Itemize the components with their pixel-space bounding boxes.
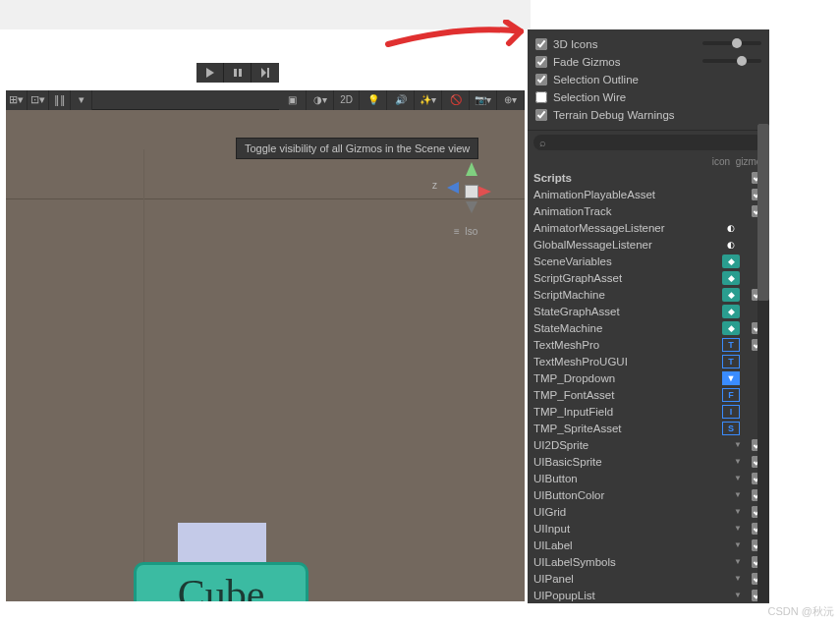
chevron-down-icon[interactable]: ▼ [734,540,742,549]
list-item[interactable]: ScriptMachine◆ [528,286,769,303]
graph-icon[interactable]: ◆ [722,305,740,318]
tmp-i-icon[interactable]: I [722,405,740,419]
scene-object-label[interactable]: Cube [134,562,308,601]
list-item[interactable]: TextMeshProUGUIT [528,353,769,369]
empty-icon[interactable] [710,455,728,469]
list-item[interactable]: UIInput▼ [528,520,769,537]
list-item[interactable]: TextMeshProT [528,336,769,353]
orientation-gizmo[interactable]: z [442,162,501,221]
empty-icon[interactable] [710,555,728,569]
list-item[interactable]: UIButton▼ [528,470,769,486]
list-item[interactable]: UIPanel▼ [528,570,769,587]
empty-icon[interactable] [722,204,740,218]
empty-icon[interactable] [710,538,728,552]
listener-icon[interactable]: ◐ [722,238,740,252]
list-item[interactable]: AnimationTrack [528,202,769,219]
grid-tool-icon[interactable]: ⊞▾ [6,90,28,110]
tmp-s-icon[interactable]: S [722,422,740,435]
option-checkbox[interactable] [535,74,547,85]
hidden-icon[interactable]: 🚫 [442,90,470,110]
chevron-down-icon[interactable]: ▼ [734,490,742,499]
chevron-down-icon[interactable]: ▼ [734,457,742,466]
list-item[interactable]: UIGrid▼ [528,503,769,520]
step-button[interactable] [252,63,279,83]
gizmo-option[interactable]: Terrain Debug Warnings [535,106,761,124]
chevron-down-icon[interactable]: ▼ [734,524,742,533]
list-item[interactable]: TMP_FontAssetF [528,386,769,403]
y-axis-cone[interactable] [466,162,477,176]
tmp-t-icon[interactable]: T [722,355,740,368]
graph-icon[interactable]: ◆ [722,271,740,285]
list-item[interactable]: TMP_Dropdown▼ [528,369,769,386]
dropdown-icon[interactable]: ▼ [722,371,740,385]
gizmo-option[interactable]: 3D Icons [535,35,761,53]
chevron-down-icon[interactable]: ▼ [734,474,742,482]
watermark: CSDN @秋沅 [768,604,834,619]
gizmo-option[interactable]: Selection Outline [535,71,761,88]
gizmos-toggle-icon[interactable]: ⊕▾ [497,90,525,110]
empty-icon[interactable] [710,589,728,602]
list-item[interactable]: GlobalMessageListener◐ [528,236,769,253]
gizmo-option[interactable]: Fade Gizmos [535,53,761,71]
listener-icon[interactable]: ◐ [722,221,740,235]
option-slider[interactable] [702,41,761,45]
graph-icon[interactable]: ◆ [722,321,740,335]
projection-label[interactable]: Iso [454,226,477,237]
z-axis-cone[interactable] [447,182,459,194]
list-item[interactable]: StateGraphAsset◆ [528,303,769,319]
graph-icon[interactable]: ◆ [722,288,740,302]
gizmo-center[interactable] [465,185,478,198]
expand-tool-icon[interactable]: ▾ [71,90,92,110]
chevron-down-icon[interactable]: ▼ [734,440,742,449]
chevron-down-icon[interactable]: ▼ [734,507,742,516]
chevron-down-icon[interactable]: ▼ [734,574,742,583]
list-item[interactable]: UILabelSymbols▼ [528,553,769,570]
empty-icon[interactable] [710,472,728,485]
chevron-down-icon[interactable]: ▼ [734,557,742,566]
neg-y-cone[interactable] [466,201,477,213]
draw-mode-icon[interactable]: ▣ [279,90,307,110]
panel-scrollbar[interactable] [757,124,769,602]
list-item[interactable]: UI2DSprite▼ [528,436,769,453]
option-checkbox[interactable] [535,38,547,50]
shaded-mode-icon[interactable]: ◑▾ [307,90,334,110]
empty-icon[interactable] [710,488,728,502]
option-slider[interactable] [702,59,761,63]
option-checkbox[interactable] [535,56,547,68]
list-item[interactable]: TMP_SpriteAssetS [528,420,769,436]
bars-tool-icon[interactable]: ‖‖ [49,90,71,110]
empty-icon[interactable] [710,505,728,519]
list-item[interactable]: AnimatorMessageListener◐ [528,219,769,236]
list-item[interactable]: TMP_InputFieldI [528,403,769,420]
scrollbar-thumb[interactable] [757,124,769,301]
list-item[interactable]: UIBasicSprite▼ [528,453,769,470]
2d-toggle[interactable]: 2D [334,90,360,110]
fx-icon[interactable]: ✨▾ [415,90,442,110]
empty-icon[interactable] [710,522,728,536]
camera-icon[interactable]: 📷▾ [470,90,497,110]
tmp-t-icon[interactable]: T [722,338,740,352]
list-item[interactable]: SceneVariables◆ [528,253,769,269]
list-item[interactable]: UILabel▼ [528,537,769,553]
x-axis-cone[interactable] [477,186,491,198]
option-checkbox[interactable] [535,109,547,121]
option-checkbox[interactable] [535,91,547,103]
empty-icon[interactable] [710,438,728,452]
gizmo-option[interactable]: Selection Wire [535,88,761,106]
empty-icon[interactable] [722,188,740,201]
empty-icon[interactable] [710,572,728,586]
tmp-f-icon[interactable]: F [722,388,740,402]
snap-tool-icon[interactable]: ⊡▾ [28,90,49,110]
list-item[interactable]: StateMachine◆ [528,319,769,336]
audio-icon[interactable]: 🔊 [387,90,415,110]
light-icon[interactable]: 💡 [360,90,387,110]
pause-button[interactable] [224,63,252,83]
list-item[interactable]: ScriptGraphAsset◆ [528,269,769,286]
list-item[interactable]: UIPopupList▼ [528,587,769,603]
play-button[interactable] [196,63,224,83]
chevron-down-icon[interactable]: ▼ [734,591,742,599]
list-item[interactable]: AnimationPlayableAsset [528,186,769,202]
search-input[interactable] [533,135,763,150]
list-item[interactable]: UIButtonColor▼ [528,486,769,503]
graph-icon[interactable]: ◆ [722,254,740,268]
